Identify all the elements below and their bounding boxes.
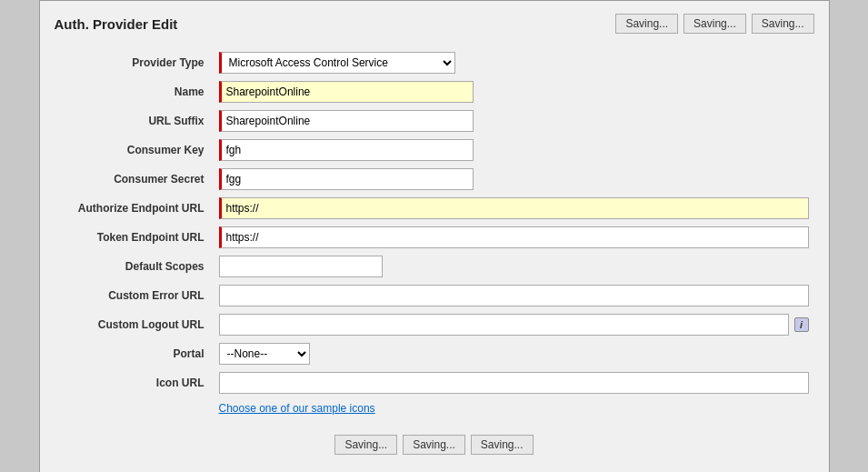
consumer-secret-input[interactable] [219, 168, 474, 190]
custom-error-url-cell [214, 281, 814, 310]
auth-provider-edit-panel: Auth. Provider Edit Saving... Saving... … [39, 0, 830, 472]
default-scopes-row: Default Scopes [55, 252, 814, 281]
custom-logout-url-input[interactable] [219, 314, 789, 336]
icon-url-input[interactable] [219, 372, 809, 394]
footer-save-button-1[interactable]: Saving... [334, 435, 397, 455]
token-endpoint-url-input[interactable] [219, 226, 809, 248]
consumer-secret-row: Consumer Secret [55, 165, 814, 194]
consumer-secret-label: Consumer Secret [55, 165, 214, 194]
provider-type-select[interactable]: Microsoft Access Control Service [219, 52, 455, 74]
custom-logout-url-cell: i [214, 310, 814, 339]
panel-header: Auth. Provider Edit Saving... Saving... … [55, 14, 814, 34]
provider-type-label: Provider Type [55, 48, 214, 77]
url-suffix-cell [214, 106, 814, 136]
consumer-key-row: Consumer Key [55, 136, 814, 165]
info-icon[interactable]: i [794, 317, 809, 332]
footer-save-button-2[interactable]: Saving... [403, 435, 465, 455]
provider-type-row: Provider Type Microsoft Access Control S… [55, 48, 814, 77]
sample-icons-row: Choose one of our sample icons [55, 397, 814, 418]
url-suffix-label: URL Suffix [55, 106, 214, 136]
header-save-button-2[interactable]: Saving... [683, 14, 746, 34]
name-cell [214, 77, 814, 106]
custom-error-url-input[interactable] [219, 285, 809, 306]
footer-buttons: Saving... Saving... Saving... [55, 435, 814, 455]
consumer-key-cell [214, 136, 814, 165]
name-label: Name [55, 77, 214, 106]
authorize-endpoint-url-label: Authorize Endpoint URL [55, 194, 214, 223]
portal-select[interactable]: --None-- [219, 343, 310, 365]
token-endpoint-url-cell [214, 223, 814, 252]
provider-type-cell: Microsoft Access Control Service [214, 48, 814, 77]
token-endpoint-url-row: Token Endpoint URL [55, 223, 814, 252]
custom-logout-url-row: Custom Logout URL i [55, 310, 814, 339]
consumer-key-label: Consumer Key [55, 136, 214, 165]
url-suffix-input[interactable] [219, 110, 474, 132]
icon-url-label: Icon URL [55, 368, 214, 397]
default-scopes-label: Default Scopes [55, 252, 214, 281]
sample-icons-link[interactable]: Choose one of our sample icons [219, 402, 375, 415]
default-scopes-input[interactable] [219, 256, 383, 277]
portal-cell: --None-- [214, 339, 814, 368]
sample-icons-empty [55, 397, 214, 418]
authorize-endpoint-url-row: Authorize Endpoint URL [55, 194, 814, 223]
authorize-endpoint-url-input[interactable] [219, 197, 809, 219]
footer-save-button-3[interactable]: Saving... [471, 435, 534, 455]
custom-error-url-label: Custom Error URL [55, 281, 214, 310]
header-save-button-1[interactable]: Saving... [615, 14, 678, 34]
portal-row: Portal --None-- [55, 339, 814, 368]
consumer-secret-cell [214, 165, 814, 194]
token-endpoint-url-label: Token Endpoint URL [55, 223, 214, 252]
name-input[interactable] [219, 81, 474, 103]
custom-logout-url-field-row: i [219, 314, 809, 336]
panel-title: Auth. Provider Edit [55, 16, 178, 32]
portal-label: Portal [55, 339, 214, 368]
form-table: Provider Type Microsoft Access Control S… [55, 48, 814, 418]
name-row: Name [55, 77, 814, 106]
icon-url-row: Icon URL [55, 368, 814, 397]
icon-url-cell [214, 368, 814, 397]
url-suffix-row: URL Suffix [55, 106, 814, 136]
custom-error-url-row: Custom Error URL [55, 281, 814, 310]
custom-logout-url-label: Custom Logout URL [55, 310, 214, 339]
header-buttons: Saving... Saving... Saving... [615, 14, 813, 34]
authorize-endpoint-url-cell [214, 194, 814, 223]
header-save-button-3[interactable]: Saving... [752, 14, 814, 34]
default-scopes-cell [214, 252, 814, 281]
sample-icons-cell: Choose one of our sample icons [214, 397, 814, 418]
consumer-key-input[interactable] [219, 139, 474, 161]
